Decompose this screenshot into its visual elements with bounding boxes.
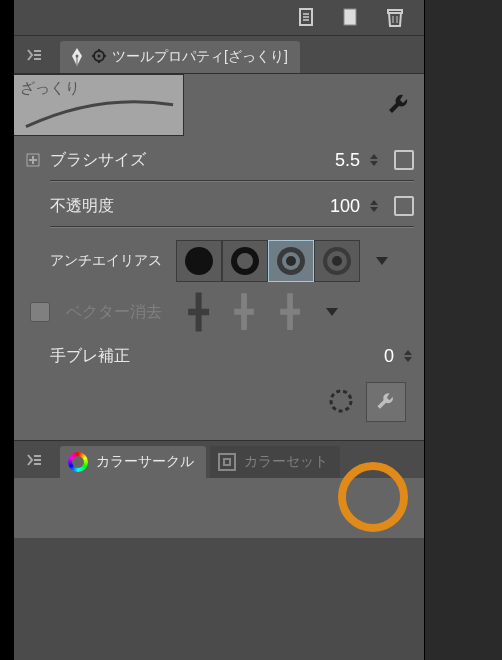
reset-icon[interactable] [326,386,356,419]
antialias-options [176,240,360,282]
dock-handle-icon[interactable] [20,446,48,474]
vector-erase-mode-3[interactable]: ╋ [270,294,310,330]
opacity-stepper[interactable] [368,194,380,218]
top-toolbar [14,0,424,36]
opacity-slider[interactable] [50,226,414,228]
stabilize-stepper[interactable] [402,344,414,368]
color-circle-icon [68,452,88,472]
spacer-slot [24,347,42,365]
svg-point-22 [185,247,213,275]
stabilize-row: 手ブレ補正 0 [24,336,414,376]
antialias-dropdown-icon[interactable] [376,257,388,265]
trash-icon[interactable] [384,7,406,29]
opacity-label: 不透明度 [50,196,114,217]
svg-rect-4 [344,9,356,25]
svg-rect-5 [388,10,402,13]
brush-size-row: ブラシサイズ 5.5 [24,142,414,188]
pen-nib-icon [68,46,86,68]
brush-size-dynamics-toggle[interactable] [394,150,414,170]
blank-doc-icon[interactable] [340,7,362,29]
tool-preview-row: ざっくり [14,74,424,136]
panel-header: ツールプロパティ[ざっくり] [14,36,424,74]
opacity-row: 不透明度 100 [24,188,414,234]
antialias-option-strong[interactable] [314,240,360,282]
new-doc-icon[interactable] [296,7,318,29]
stroke-preview[interactable]: ざっくり [14,74,184,136]
vector-erase-mode-1[interactable]: ╋ [178,294,218,330]
color-panel-header: カラーサークル カラーセット [14,440,424,478]
opacity-dynamics-toggle[interactable] [394,196,414,216]
svg-point-14 [98,54,101,57]
vector-erase-row: ベクター消去 ╋ ╋ ╋ [24,288,414,336]
color-panel-body [14,478,424,538]
right-gutter [424,0,502,660]
vector-erase-label: ベクター消去 [66,302,162,323]
svg-point-24 [237,253,253,269]
antialias-row: アンチエイリアス [24,234,414,288]
stabilize-value[interactable]: 0 [344,346,394,367]
antialias-option-none[interactable] [176,240,222,282]
antialias-option-weak[interactable] [222,240,268,282]
spacer-slot [24,197,42,215]
properties-panel: ブラシサイズ 5.5 不透明度 100 アンチエイリアス [14,136,424,440]
dock-handle-icon[interactable] [20,41,48,69]
sub-tool-detail-icon[interactable] [382,88,416,122]
expand-icon[interactable] [24,151,42,169]
brush-size-label: ブラシサイズ [50,150,146,171]
brush-size-slider[interactable] [50,180,414,182]
stabilize-label: 手ブレ補正 [50,346,130,367]
color-set-icon [218,453,236,471]
svg-point-27 [286,256,296,266]
antialias-option-medium[interactable] [268,240,314,282]
gear-icon [92,49,106,66]
brush-size-value[interactable]: 5.5 [310,150,360,171]
spacer-slot [24,252,42,270]
vector-erase-mode-2[interactable]: ╋ [224,294,264,330]
brush-size-stepper[interactable] [368,148,380,172]
wrench-button[interactable] [366,382,406,422]
color-circle-label: カラーサークル [96,453,194,471]
vector-erase-checkbox[interactable] [30,302,50,322]
tab-color-set[interactable]: カラーセット [210,446,340,478]
panel-footer-actions [24,376,414,428]
color-set-label: カラーセット [244,453,328,471]
tab-tool-property[interactable]: ツールプロパティ[ざっくり] [60,41,300,73]
antialias-label: アンチエイリアス [50,252,162,270]
svg-point-31 [331,391,351,411]
vector-erase-dropdown-icon[interactable] [326,308,338,316]
tab-color-circle[interactable]: カラーサークル [60,446,206,478]
tab-title: ツールプロパティ[ざっくり] [112,48,288,66]
opacity-value[interactable]: 100 [310,196,360,217]
svg-point-30 [332,256,342,266]
